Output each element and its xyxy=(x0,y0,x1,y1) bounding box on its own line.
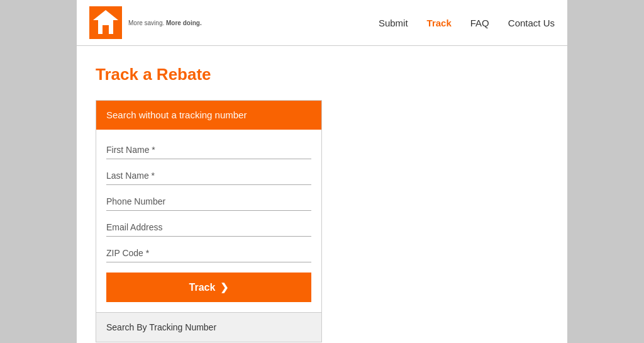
header: More saving. More doing. Submit Track FA… xyxy=(77,0,567,46)
form-section-header: Search without a tracking number xyxy=(96,101,321,130)
logo-tagline: More saving. More doing. xyxy=(128,20,202,26)
track-button-label: Track xyxy=(189,282,216,293)
svg-rect-3 xyxy=(103,25,109,34)
track-button[interactable]: Track ❯ xyxy=(106,273,311,302)
logo-svg xyxy=(89,6,122,39)
tracking-number-section[interactable]: Search By Tracking Number xyxy=(96,312,321,342)
logo-area: More saving. More doing. xyxy=(89,6,202,39)
main-content: Track a Rebate Search without a tracking… xyxy=(77,46,567,343)
nav-links: Submit Track FAQ Contact Us xyxy=(379,18,555,28)
zip-field xyxy=(106,239,311,262)
nav-submit[interactable]: Submit xyxy=(379,18,408,28)
form-header-text: Search without a tracking number xyxy=(106,110,247,120)
nav-faq[interactable]: FAQ xyxy=(470,18,489,28)
tracking-number-text: Search By Tracking Number xyxy=(106,322,216,332)
phone-input[interactable] xyxy=(106,188,311,211)
home-depot-logo xyxy=(89,6,122,39)
email-input[interactable] xyxy=(106,213,311,237)
nav-track[interactable]: Track xyxy=(427,18,452,28)
page-wrapper: More saving. More doing. Submit Track FA… xyxy=(77,0,567,343)
page-title: Track a Rebate xyxy=(96,65,548,84)
last-name-field xyxy=(106,162,311,185)
phone-field xyxy=(106,188,311,211)
nav-contact[interactable]: Contact Us xyxy=(508,18,555,28)
first-name-input[interactable] xyxy=(106,136,311,159)
form-card: Search without a tracking number xyxy=(96,100,322,342)
zip-input[interactable] xyxy=(106,239,311,262)
track-button-arrow-icon: ❯ xyxy=(220,281,228,293)
email-field xyxy=(106,213,311,237)
first-name-field xyxy=(106,136,311,159)
form-body: Track ❯ xyxy=(96,130,321,312)
last-name-input[interactable] xyxy=(106,162,311,185)
